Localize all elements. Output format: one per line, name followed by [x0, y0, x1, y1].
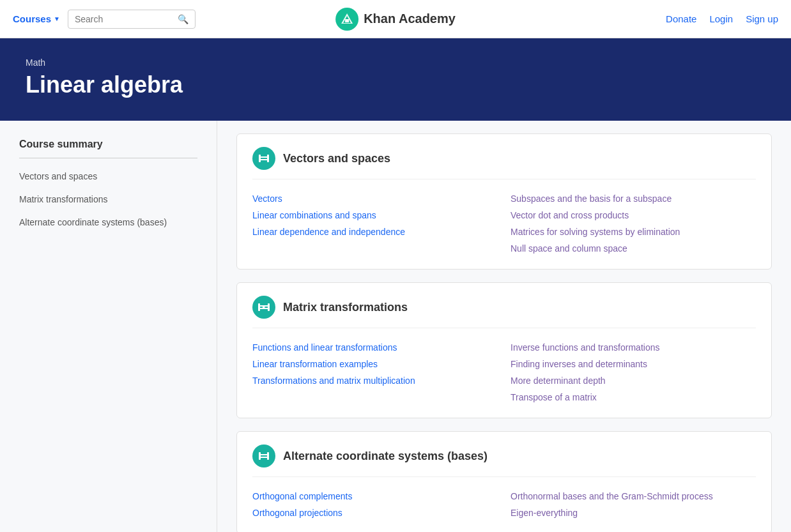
link-functions-linear[interactable]: Functions and linear transformations [252, 342, 498, 353]
card-links-matrix: Functions and linear transformations Inv… [252, 338, 756, 402]
link-dot-cross[interactable]: Vector dot and cross products [511, 210, 756, 220]
link-matrices-solving[interactable]: Matrices for solving systems by eliminat… [511, 227, 756, 237]
svg-rect-14 [259, 452, 261, 460]
svg-rect-5 [259, 155, 261, 162]
link-vectors[interactable]: Vectors [252, 194, 498, 204]
sidebar: Course summary Vectors and spaces Matrix… [0, 121, 217, 532]
svg-rect-9 [258, 303, 260, 311]
search-input[interactable] [75, 14, 173, 24]
hero-banner: Math Linear algebra [0, 38, 791, 121]
link-linear-transform-examples[interactable]: Linear transformation examples [252, 359, 498, 369]
card-icon-alternate [252, 445, 275, 467]
sidebar-scroll[interactable]: Course summary Vectors and spaces Matrix… [0, 121, 217, 532]
link-more-determinant[interactable]: More determinant depth [511, 376, 756, 386]
link-orthogonal-projections[interactable]: Orthogonal projections [252, 508, 498, 518]
sidebar-item-alternate[interactable]: Alternate coordinate systems (bases) [0, 211, 217, 234]
content-area: Course summary Vectors and spaces Matrix… [0, 121, 791, 532]
svg-rect-10 [268, 303, 270, 311]
courses-chevron-icon: ▼ [54, 15, 60, 22]
search-box: 🔍 [68, 10, 196, 29]
sidebar-item-matrix[interactable]: Matrix transformations [0, 188, 217, 211]
card-vectors-and-spaces: Vectors and spaces Vectors Subspaces and… [236, 133, 772, 270]
signup-button[interactable]: Sign up [746, 13, 778, 24]
sidebar-divider [19, 158, 197, 158]
courses-button[interactable]: Courses ▼ [13, 13, 60, 24]
navbar: Courses ▼ 🔍 Khan Academy Donate Login Si… [0, 0, 791, 38]
card-title-alternate: Alternate coordinate systems (bases) [283, 450, 488, 463]
sidebar-section-title: Course summary [0, 133, 217, 158]
card-title-matrix: Matrix transformations [283, 301, 408, 314]
card-icon-vectors [252, 147, 275, 170]
ka-logo [335, 8, 358, 31]
link-orthonormal-bases[interactable]: Orthonormal bases and the Gram-Schmidt p… [511, 491, 756, 501]
hero-title: Linear algebra [26, 72, 765, 98]
svg-rect-6 [267, 155, 269, 162]
card-matrix-transformations: Matrix transformations Functions and lin… [236, 282, 772, 418]
navbar-left: Courses ▼ 🔍 [13, 10, 196, 29]
card-title-vectors: Vectors and spaces [283, 152, 390, 165]
login-button[interactable]: Login [709, 13, 733, 24]
link-subspaces[interactable]: Subspaces and the basis for a subspace [511, 194, 756, 204]
navbar-center: Khan Academy [335, 8, 456, 31]
card-header-alternate: Alternate coordinate systems (bases) [252, 445, 756, 477]
search-icon: 🔍 [178, 14, 188, 24]
courses-label: Courses [13, 13, 51, 24]
link-linear-dependence[interactable]: Linear dependence and independence [252, 227, 498, 237]
card-links-vectors: Vectors Subspaces and the basis for a su… [252, 190, 756, 254]
card-icon-matrix [252, 296, 275, 319]
card-links-alternate: Orthogonal complements Orthonormal bases… [252, 487, 756, 518]
navbar-right: Donate Login Sign up [666, 13, 778, 24]
link-eigen-everything[interactable]: Eigen-everything [511, 508, 756, 518]
svg-rect-15 [267, 452, 269, 460]
brand-name: Khan Academy [364, 11, 456, 26]
card-header-matrix: Matrix transformations [252, 296, 756, 328]
svg-rect-2 [345, 19, 349, 22]
hero-subject: Math [26, 57, 765, 68]
link-transformations-multiplication[interactable]: Transformations and matrix multiplicatio… [252, 376, 498, 386]
link-inverse-functions[interactable]: Inverse functions and transformations [511, 342, 756, 353]
link-orthogonal-complements[interactable]: Orthogonal complements [252, 491, 498, 501]
donate-button[interactable]: Donate [666, 13, 696, 24]
card-alternate-coordinate: Alternate coordinate systems (bases) Ort… [236, 431, 772, 532]
main-content: Vectors and spaces Vectors Subspaces and… [217, 121, 791, 532]
link-transpose[interactable]: Transpose of a matrix [511, 392, 756, 402]
link-linear-combinations[interactable]: Linear combinations and spans [252, 210, 498, 220]
sidebar-item-vectors[interactable]: Vectors and spaces [0, 165, 217, 188]
link-finding-inverses[interactable]: Finding inverses and determinants [511, 359, 756, 369]
link-null-space[interactable]: Null space and column space [511, 243, 756, 254]
card-header-vectors: Vectors and spaces [252, 147, 756, 179]
